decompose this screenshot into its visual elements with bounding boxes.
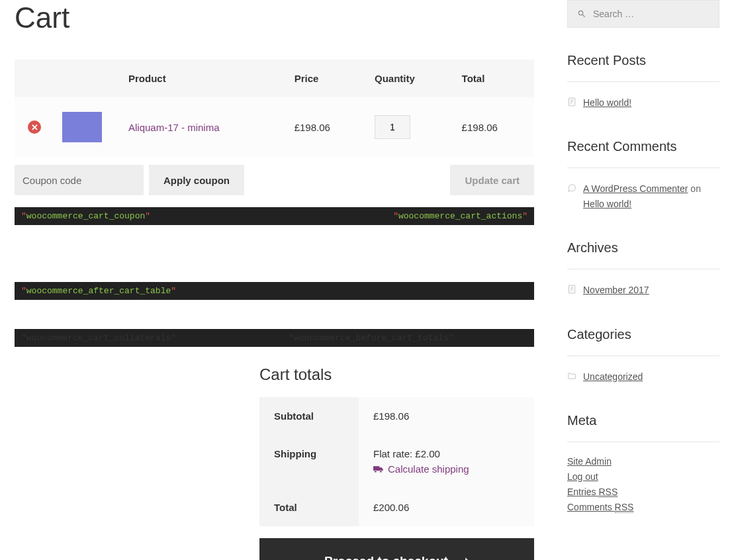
svg-rect-2: [569, 98, 574, 106]
product-link[interactable]: Aliquam-17 - minima: [128, 122, 220, 133]
document-icon: [567, 285, 576, 294]
document-icon: [567, 97, 576, 107]
proceed-to-checkout-button[interactable]: Proceed to checkout ➞: [259, 538, 534, 561]
category-link[interactable]: Uncategorized: [583, 369, 643, 384]
page-title: Cart: [15, 1, 534, 34]
subtotal-label: Subtotal: [259, 397, 359, 435]
cart-table: Product Price Quantity Total ✕ Aliquam-1…: [15, 60, 534, 157]
arrow-right-icon: ➞: [457, 553, 469, 561]
col-product: Product: [120, 60, 287, 97]
recent-post-link[interactable]: Hello world!: [583, 95, 631, 110]
total-value: £200.06: [359, 489, 534, 526]
folder-icon: [567, 371, 576, 381]
cart-totals-table: Subtotal £198.06 Shipping Flat rate: £2.…: [259, 397, 534, 526]
site-admin-link[interactable]: Site Admin: [567, 456, 612, 467]
archive-link[interactable]: November 2017: [583, 283, 649, 297]
col-total: Total: [454, 60, 534, 97]
cart-totals-heading: Cart totals: [259, 365, 534, 384]
coupon-input[interactable]: [15, 165, 144, 195]
comment-icon: [567, 183, 576, 193]
apply-coupon-button[interactable]: Apply coupon: [149, 165, 244, 195]
search-box[interactable]: [567, 0, 719, 28]
hook-bar: "woocommerce_after_cart_table": [15, 282, 534, 300]
hook-bar: "woocommerce_cart_collaterals" "woocomme…: [15, 329, 534, 347]
hook-bar: "woocommerce_cart_coupon" "woocommerce_c…: [15, 207, 534, 225]
cart-actions-row: Apply coupon Update cart: [15, 157, 534, 203]
entries-rss-link[interactable]: Entries RSS: [567, 487, 618, 498]
item-total: £198.06: [454, 97, 534, 157]
comments-rss-link[interactable]: Comments RSS: [567, 502, 633, 513]
item-price: £198.06: [287, 97, 367, 157]
comment-post-link[interactable]: Hello world!: [583, 199, 631, 209]
subtotal-value: £198.06: [359, 397, 534, 435]
comment-author-link[interactable]: A WordPress Commenter: [583, 183, 688, 194]
quantity-input[interactable]: [375, 115, 410, 139]
col-quantity: Quantity: [367, 60, 454, 97]
recent-posts-heading: Recent Posts: [567, 53, 719, 82]
meta-heading: Meta: [567, 413, 719, 442]
search-icon: [577, 9, 586, 19]
calculate-shipping-link[interactable]: Calculate shipping: [373, 463, 469, 475]
truck-icon: [373, 465, 384, 473]
logout-link[interactable]: Log out: [567, 471, 598, 482]
table-row: ✕ Aliquam-17 - minima £198.06 £198.06: [15, 97, 534, 157]
update-cart-button[interactable]: Update cart: [450, 165, 534, 195]
product-thumbnail[interactable]: [62, 112, 102, 142]
search-input[interactable]: [593, 9, 710, 19]
col-price: Price: [287, 60, 367, 97]
svg-point-0: [375, 470, 377, 472]
archives-heading: Archives: [567, 240, 719, 269]
total-label: Total: [259, 489, 359, 526]
recent-comments-heading: Recent Comments: [567, 139, 719, 168]
remove-item-button[interactable]: ✕: [28, 120, 41, 134]
svg-rect-6: [569, 285, 574, 293]
comment-on-text: on: [688, 183, 700, 194]
shipping-value: Flat rate: £2.00: [373, 448, 520, 459]
categories-heading: Categories: [567, 327, 719, 356]
svg-point-1: [380, 470, 382, 472]
shipping-label: Shipping: [259, 435, 359, 489]
